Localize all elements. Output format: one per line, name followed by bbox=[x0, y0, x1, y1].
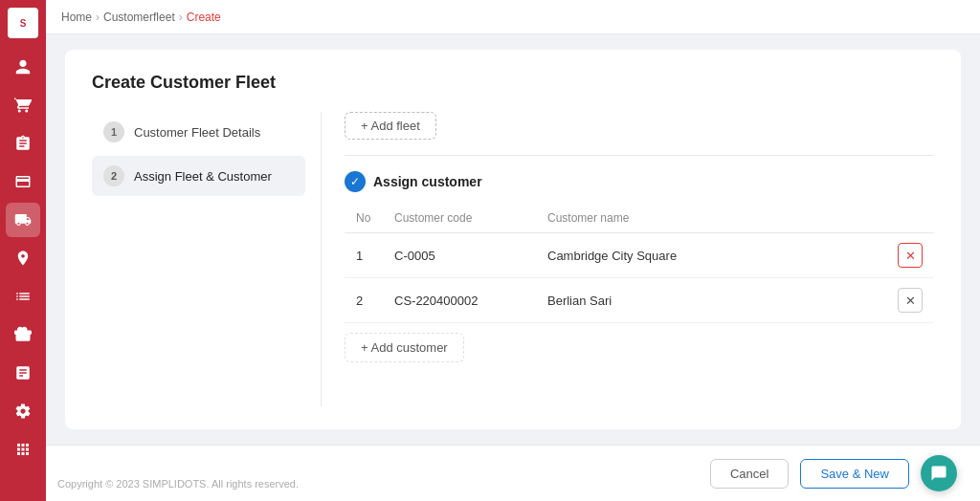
row-name: Cambridge City Square bbox=[536, 233, 886, 278]
breadcrumb-sep-1: › bbox=[96, 11, 100, 24]
sidebar-item-settings[interactable] bbox=[6, 394, 40, 428]
col-name: Customer name bbox=[536, 204, 886, 233]
sidebar-item-gifts[interactable] bbox=[6, 317, 40, 352]
main-area: Home › Customerfleet › Create Create Cus… bbox=[46, 0, 980, 501]
add-customer-button[interactable]: + Add customer bbox=[345, 333, 464, 362]
page-title: Create Customer Fleet bbox=[92, 73, 934, 93]
steps-panel: 1 Customer Fleet Details 2 Assign Fleet … bbox=[92, 112, 322, 406]
step-1-number: 1 bbox=[103, 121, 124, 142]
step-1[interactable]: 1 Customer Fleet Details bbox=[92, 112, 305, 152]
step-2-number: 2 bbox=[103, 165, 124, 186]
customer-table: No Customer code Customer name 1 C-0005 … bbox=[345, 204, 934, 323]
remove-button[interactable]: ✕ bbox=[898, 243, 923, 268]
row-no: 2 bbox=[345, 278, 383, 323]
row-action: ✕ bbox=[886, 233, 934, 278]
sidebar-logo: S bbox=[8, 8, 38, 38]
sidebar-item-person[interactable] bbox=[6, 50, 40, 84]
breadcrumb-sep-2: › bbox=[179, 11, 183, 24]
sidebar-item-orders[interactable] bbox=[6, 126, 40, 161]
sidebar-item-cart[interactable] bbox=[6, 88, 40, 122]
breadcrumb-current: Create bbox=[187, 11, 221, 24]
step-2-label: Assign Fleet & Customer bbox=[134, 169, 272, 184]
assign-customer-header: ✓ Assign customer bbox=[345, 171, 934, 192]
sidebar-item-fleet[interactable] bbox=[6, 203, 40, 237]
sidebar-item-list[interactable] bbox=[6, 279, 40, 314]
page-card: Create Customer Fleet 1 Customer Fleet D… bbox=[65, 50, 961, 429]
table-row: 2 CS-220400002 Berlian Sari ✕ bbox=[345, 278, 934, 323]
col-code: Customer code bbox=[383, 204, 536, 233]
sidebar-item-billing[interactable] bbox=[6, 164, 40, 199]
step-1-label: Customer Fleet Details bbox=[134, 125, 260, 140]
card-body: 1 Customer Fleet Details 2 Assign Fleet … bbox=[92, 112, 934, 406]
assign-customer-title: Assign customer bbox=[373, 174, 482, 189]
sidebar: S bbox=[0, 0, 46, 501]
divider bbox=[345, 155, 934, 156]
row-code: C-0005 bbox=[383, 233, 536, 278]
check-icon: ✓ bbox=[345, 171, 366, 192]
copyright: Copyright © 2023 SIMPLIDOTS. All rights … bbox=[57, 478, 299, 490]
footer-bar: Copyright © 2023 SIMPLIDOTS. All rights … bbox=[46, 445, 980, 501]
col-action bbox=[886, 204, 934, 233]
row-no: 1 bbox=[345, 233, 383, 278]
table-row: 1 C-0005 Cambridge City Square ✕ bbox=[345, 233, 934, 278]
sidebar-item-location[interactable] bbox=[6, 241, 40, 275]
save-new-button[interactable]: Save & New bbox=[800, 459, 909, 489]
add-fleet-button[interactable]: + Add fleet bbox=[345, 112, 436, 140]
cancel-button[interactable]: Cancel bbox=[710, 459, 789, 489]
breadcrumb: Home › Customerfleet › Create bbox=[46, 0, 980, 34]
right-panel: + Add fleet ✓ Assign customer No Custome… bbox=[322, 112, 934, 406]
step-2[interactable]: 2 Assign Fleet & Customer bbox=[92, 156, 305, 196]
sidebar-item-reports[interactable] bbox=[6, 356, 40, 390]
breadcrumb-customerfleet[interactable]: Customerfleet bbox=[103, 11, 175, 24]
sidebar-item-apps[interactable] bbox=[6, 432, 40, 467]
row-code: CS-220400002 bbox=[383, 278, 536, 323]
content-wrapper: Create Customer Fleet 1 Customer Fleet D… bbox=[46, 34, 980, 445]
col-no: No bbox=[345, 204, 383, 233]
row-name: Berlian Sari bbox=[536, 278, 886, 323]
row-action: ✕ bbox=[886, 278, 934, 323]
fab-chat-button[interactable] bbox=[921, 455, 957, 491]
breadcrumb-home[interactable]: Home bbox=[61, 11, 92, 24]
remove-button[interactable]: ✕ bbox=[898, 288, 923, 313]
